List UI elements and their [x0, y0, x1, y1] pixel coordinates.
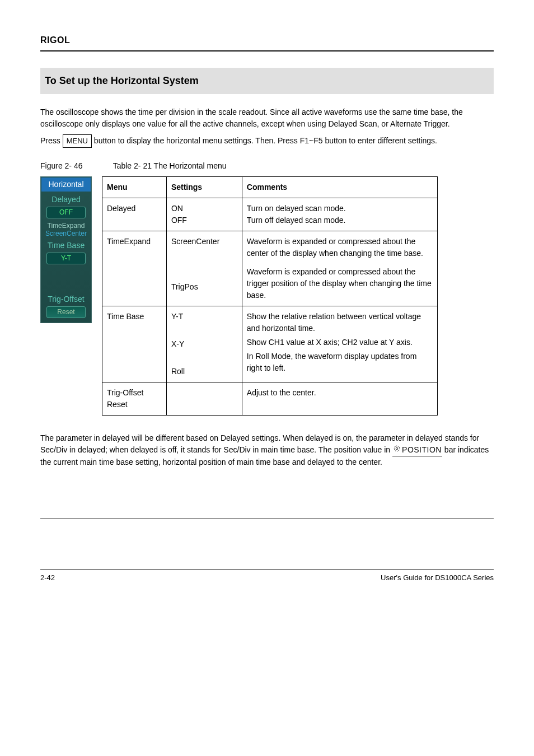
- page-footer: 2-42 User's Guide for DS1000CA Series: [40, 570, 494, 584]
- footer-divider: [40, 519, 494, 519]
- intro-block: The oscilloscope shows the time per divi…: [40, 106, 494, 148]
- table-row: Trig-Offset Reset Adjust to the center.: [102, 382, 438, 415]
- softmenu-timebase-value[interactable]: Y-T: [46, 253, 86, 264]
- softmenu-title: Horizontal: [41, 178, 91, 192]
- cell-trigoffset-menu: Trig-Offset Reset: [102, 382, 167, 415]
- softmenu: Horizontal Delayed OFF TimeExpand Screen…: [40, 176, 92, 324]
- page-number: 2-42: [40, 572, 55, 584]
- cell-timeexpand-settings: ScreenCenter TrigPos: [166, 231, 242, 306]
- brand-text: RIGOL: [40, 35, 70, 45]
- cell-timeexpand-comments: Waveform is expanded or compressed about…: [242, 231, 437, 306]
- softmenu-screencenter-value[interactable]: ScreenCenter: [41, 230, 91, 237]
- intro-line2: Press MENU button to display the horizon…: [40, 134, 494, 148]
- softmenu-delayed-value[interactable]: OFF: [46, 207, 86, 218]
- table-row: Delayed ON OFF Turn on delayed scan mode…: [102, 198, 438, 231]
- body-paragraph: The parameter in delayed will be differe…: [40, 432, 494, 468]
- cell-delayed-settings: ON OFF: [166, 198, 242, 231]
- position-knob-label: POSITION: [392, 444, 442, 456]
- knob-text: POSITION: [402, 444, 442, 456]
- softmenu-delayed-label: Delayed: [41, 192, 91, 206]
- svg-point-0: [394, 446, 399, 451]
- cell-timebase-settings: Y-T X-Y Roll: [166, 306, 242, 382]
- cell-delayed-comments: Turn on delayed scan mode. Turn off dela…: [242, 198, 437, 231]
- cell-timebase-menu: Time Base: [102, 306, 167, 382]
- brand-header: RIGOL: [40, 34, 494, 52]
- softmenu-trigoffset-label: Trig-Offset: [41, 291, 91, 305]
- softmenu-reset-button[interactable]: Reset: [46, 306, 86, 318]
- intro-line2-pre: Press: [40, 136, 63, 145]
- table-row: TimeExpand ScreenCenter TrigPos Waveform…: [102, 231, 438, 306]
- cell-trigoffset-comments: Adjust to the center.: [242, 382, 437, 415]
- figure-table-row: Horizontal Delayed OFF TimeExpand Screen…: [40, 176, 494, 416]
- horizontal-menu-table: Menu Settings Comments Delayed ON OFF Tu…: [102, 176, 438, 416]
- softmenu-timebase-label: Time Base: [41, 237, 91, 251]
- table-label: Table 2- 21 The Horizontal menu: [113, 161, 227, 170]
- softmenu-timeexpand-label: TimeExpand: [41, 220, 91, 230]
- intro-line1: The oscilloscope shows the time per divi…: [40, 106, 494, 130]
- th-settings: Settings: [166, 176, 242, 198]
- cell-timebase-comments: Show the relative relation between verti…: [242, 306, 437, 382]
- header-divider: [40, 50, 494, 52]
- figure-table-labels: Figure 2- 46 Table 2- 21 The Horizontal …: [40, 160, 494, 172]
- th-comments: Comments: [242, 176, 437, 198]
- menu-button[interactable]: MENU: [63, 134, 92, 148]
- cell-timeexpand-menu: TimeExpand: [102, 231, 167, 306]
- cell-delayed-menu: Delayed: [102, 198, 167, 231]
- th-menu: Menu: [102, 176, 167, 198]
- knob-icon: [393, 444, 401, 456]
- table-row: Time Base Y-T X-Y Roll Show the relative…: [102, 306, 438, 382]
- doc-title: User's Guide for DS1000CA Series: [381, 572, 494, 584]
- table-head-row: Menu Settings Comments: [102, 176, 438, 198]
- cell-trigoffset-settings: [166, 382, 242, 415]
- section-title: To Set up the Horizontal System: [40, 68, 494, 94]
- intro-line2-post: button to display the horizontal menu se…: [94, 136, 437, 145]
- figure-label: Figure 2- 46: [40, 161, 82, 170]
- svg-point-1: [396, 447, 398, 450]
